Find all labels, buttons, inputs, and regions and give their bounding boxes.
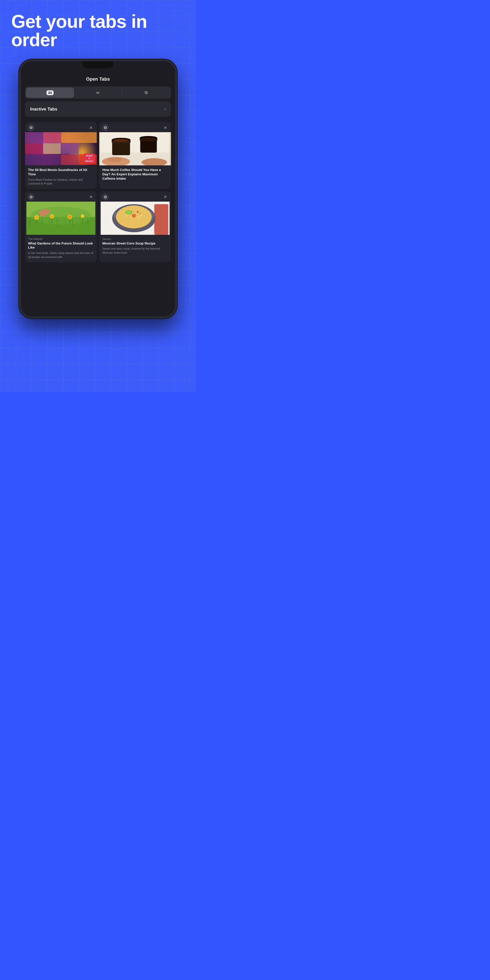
tab-card-header: ✕ — [25, 191, 97, 202]
tab-thumbnail-mosaic: Music&Movies — [25, 132, 97, 165]
browser-title: Open Tabs — [86, 76, 110, 82]
close-tab-button[interactable]: ✕ — [162, 125, 168, 130]
close-tab-button[interactable]: ✕ — [162, 194, 168, 200]
tab-card-title: Mexican Street Corn Soup Recipe — [102, 242, 168, 246]
tab-card-description: From Black Panther to Clueless, Dazed an… — [28, 178, 94, 186]
music-badge: Music&Movies — [84, 154, 95, 163]
hero-title: Get your tabs in order — [0, 0, 196, 59]
content-wrapper: Get your tabs in order Open Tabs 44 — [0, 0, 196, 318]
tab-card[interactable]: ✕ — [99, 122, 171, 189]
close-tab-button[interactable]: ✕ — [88, 125, 94, 130]
tab-card-header: ✕ — [99, 191, 171, 202]
tab-card[interactable]: ✕ — [25, 191, 97, 262]
svg-point-63 — [125, 215, 127, 217]
svg-rect-39 — [88, 218, 88, 227]
tab-card-content: The 50 Best Movie Soundtracks of All Tim… — [25, 165, 97, 189]
svg-point-76 — [137, 211, 138, 213]
svg-point-71 — [138, 216, 140, 218]
tab-card-title: How Much Coffee Should You Have a Day? A… — [102, 168, 168, 181]
svg-point-78 — [131, 211, 132, 212]
svg-rect-16 — [140, 139, 157, 153]
tab-card-description: Sweet and spicy soup, inspired by the be… — [102, 247, 168, 255]
private-icon: ∞ — [96, 90, 100, 95]
tabs-grid: ✕ — [21, 119, 175, 268]
svg-rect-37 — [73, 219, 73, 226]
svg-rect-12 — [112, 141, 130, 155]
tab-selector-bar: 44 ∞ ⧉ — [25, 86, 171, 99]
tab-card-header: ✕ — [25, 122, 97, 132]
svg-point-66 — [137, 213, 139, 215]
svg-rect-38 — [80, 219, 81, 226]
svg-point-68 — [127, 217, 129, 219]
tab-card-title: The 50 Best Movie Soundtracks of All Tim… — [28, 168, 94, 177]
svg-rect-33 — [42, 219, 42, 226]
tab-source: Saveur — [102, 237, 168, 240]
svg-point-45 — [68, 216, 71, 218]
svg-point-41 — [35, 216, 38, 219]
svg-rect-34 — [49, 220, 50, 226]
svg-point-72 — [142, 217, 144, 219]
svg-rect-31 — [29, 220, 30, 227]
tab-card-content: Saveur Mexican Street Corn Soup Recipe S… — [99, 235, 171, 258]
svg-point-43 — [51, 215, 53, 218]
svg-rect-32 — [34, 218, 35, 227]
svg-point-46 — [81, 215, 84, 218]
svg-point-15 — [114, 139, 129, 142]
globe-icon — [102, 194, 108, 200]
normal-tabs-button[interactable]: 44 — [26, 88, 74, 98]
close-tab-button[interactable]: ✕ — [88, 194, 94, 200]
svg-point-69 — [130, 216, 132, 218]
svg-rect-36 — [65, 220, 65, 227]
globe-icon — [102, 124, 108, 130]
tab-card[interactable]: ✕ — [99, 191, 171, 262]
svg-point-19 — [142, 137, 156, 140]
svg-rect-48 — [42, 211, 45, 216]
browser-header: Open Tabs — [21, 72, 175, 84]
phone-wrapper: Open Tabs 44 ∞ ⧉ — [19, 59, 177, 318]
inactive-tabs-chevron: › — [164, 107, 166, 112]
camera-notch — [83, 61, 113, 68]
globe-icon — [28, 124, 34, 130]
inactive-tabs-label: Inactive Tabs — [30, 107, 57, 112]
tab-thumbnail-soup — [99, 202, 171, 235]
tab-count-badge: 44 — [46, 90, 54, 95]
tab-thumbnail-garden — [25, 202, 97, 235]
svg-point-75 — [126, 211, 131, 214]
tab-card[interactable]: ✕ — [25, 122, 97, 189]
svg-rect-59 — [154, 204, 169, 235]
status-bar — [21, 61, 175, 72]
tab-card-title: What Gardens of the Future Should Look L… — [28, 242, 94, 250]
phone-frame: Open Tabs 44 ∞ ⧉ — [19, 59, 177, 318]
tab-card-description: In her new book, Olivia Laing argues tha… — [28, 251, 94, 259]
phone-inner: Open Tabs 44 ∞ ⧉ — [21, 61, 175, 317]
svg-point-73 — [132, 213, 136, 218]
svg-point-67 — [141, 215, 143, 217]
svg-point-22 — [108, 157, 122, 162]
private-tabs-button[interactable]: ∞ — [74, 88, 122, 98]
tab-card-header: ✕ — [99, 122, 171, 132]
tab-card-content: The Atlantic What Gardens of the Future … — [25, 235, 97, 262]
inactive-tabs-row[interactable]: Inactive Tabs › — [25, 101, 171, 117]
tab-source: The Atlantic — [28, 237, 94, 240]
tab-card-content: How Much Coffee Should You Have a Day? A… — [99, 165, 171, 185]
globe-icon — [28, 194, 34, 200]
synced-tabs-button[interactable]: ⧉ — [122, 88, 170, 98]
svg-rect-35 — [57, 218, 58, 226]
tab-thumbnail-coffee — [99, 132, 171, 165]
synced-icon: ⧉ — [145, 90, 148, 95]
svg-point-77 — [140, 213, 141, 213]
